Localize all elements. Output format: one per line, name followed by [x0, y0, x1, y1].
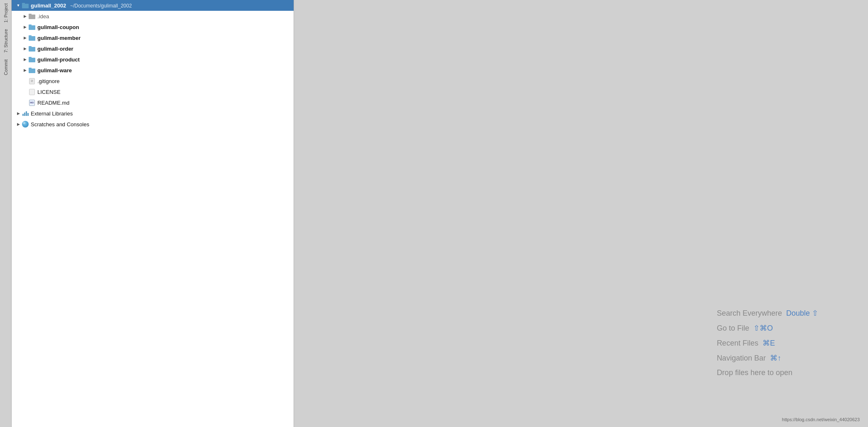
- root-label: gulimall_2002 ~/Documents/gulimall_2002: [31, 2, 132, 9]
- license-file-icon: [28, 88, 36, 96]
- tree-item-coupon[interactable]: gulimall-coupon: [12, 22, 294, 32]
- coupon-label: gulimall-coupon: [37, 24, 79, 30]
- scratches-icon: [22, 120, 29, 128]
- scratches-arrow: [15, 121, 22, 128]
- side-tabs-panel: 1: Project 7: Structure Commit: [0, 0, 12, 427]
- shortcut-recent-files: Recent Files ⌘E: [717, 339, 818, 348]
- tree-item-gitignore[interactable]: ⊘ .gitignore: [12, 76, 294, 86]
- readme-label: README.md: [37, 100, 69, 106]
- idea-arrow: [22, 13, 28, 20]
- main-content-area: Search Everywhere Double ⇧ Go to File ⇧⌘…: [294, 0, 868, 427]
- product-label: gulimall-product: [37, 56, 80, 63]
- member-arrow: [22, 34, 28, 41]
- tree-item-scratches[interactable]: Scratches and Consoles: [12, 119, 294, 130]
- ware-folder-icon: [28, 66, 36, 74]
- root-folder-icon: [22, 2, 29, 9]
- tree-item-member[interactable]: gulimall-member: [12, 32, 294, 43]
- shortcut-navigation-bar: Navigation Bar ⌘↑: [717, 353, 818, 363]
- tree-item-order[interactable]: gulimall-order: [12, 43, 294, 54]
- order-label: gulimall-order: [37, 46, 74, 52]
- gitignore-label: .gitignore: [37, 78, 59, 84]
- coupon-folder-icon: [28, 23, 36, 31]
- drop-files-label: Drop files here to open: [717, 368, 792, 377]
- ext-libraries-label: External Libraries: [31, 110, 73, 117]
- product-arrow: [22, 56, 28, 63]
- tree-item-readme[interactable]: MD README.md: [12, 97, 294, 108]
- idea-label: .idea: [37, 13, 49, 20]
- search-everywhere-label: Search Everywhere: [717, 309, 782, 318]
- product-folder-icon: [28, 56, 36, 63]
- tree-item-ware[interactable]: gulimall-ware: [12, 65, 294, 76]
- ware-arrow: [22, 67, 28, 74]
- project-side-tab[interactable]: 1: Project: [2, 0, 10, 26]
- shortcuts-panel: Search Everywhere Double ⇧ Go to File ⇧⌘…: [717, 309, 818, 377]
- tree-root[interactable]: gulimall_2002 ~/Documents/gulimall_2002: [12, 0, 294, 11]
- navigation-bar-label: Navigation Bar: [717, 354, 766, 363]
- go-to-file-key: ⇧⌘O: [753, 324, 773, 333]
- shortcut-search-everywhere: Search Everywhere Double ⇧: [717, 309, 818, 318]
- url-hint: https://blog.csdn.net/weixin_44020623: [782, 417, 860, 422]
- member-folder-icon: [28, 34, 36, 42]
- root-arrow: [15, 2, 22, 9]
- tree-item-ext-libraries[interactable]: External Libraries: [12, 108, 294, 119]
- member-label: gulimall-member: [37, 35, 81, 41]
- tree-item-product[interactable]: gulimall-product: [12, 54, 294, 65]
- navigation-bar-key: ⌘↑: [770, 353, 781, 363]
- coupon-arrow: [22, 24, 28, 30]
- go-to-file-label: Go to File: [717, 324, 749, 333]
- project-panel: gulimall_2002 ~/Documents/gulimall_2002 …: [12, 0, 294, 427]
- order-arrow: [22, 45, 28, 52]
- ware-label: gulimall-ware: [37, 67, 72, 74]
- recent-files-label: Recent Files: [717, 339, 758, 348]
- ext-libraries-icon: [22, 110, 29, 117]
- project-tree: gulimall_2002 ~/Documents/gulimall_2002 …: [12, 0, 294, 427]
- tree-item-license[interactable]: LICENSE: [12, 86, 294, 97]
- gitignore-file-icon: ⊘: [28, 77, 36, 85]
- license-label: LICENSE: [37, 89, 61, 95]
- shortcut-go-to-file: Go to File ⇧⌘O: [717, 324, 818, 333]
- search-everywhere-key: Double ⇧: [786, 309, 818, 318]
- commit-side-tab[interactable]: Commit: [2, 56, 10, 79]
- order-folder-icon: [28, 45, 36, 52]
- recent-files-key: ⌘E: [763, 339, 775, 348]
- ext-libraries-arrow: [15, 110, 22, 117]
- shortcut-drop-files: Drop files here to open: [717, 368, 818, 377]
- tree-item-idea[interactable]: .idea: [12, 11, 294, 22]
- structure-side-tab[interactable]: 7: Structure: [2, 26, 10, 56]
- readme-file-icon: MD: [28, 99, 36, 106]
- idea-folder-icon: [28, 12, 36, 20]
- scratches-label: Scratches and Consoles: [31, 121, 89, 128]
